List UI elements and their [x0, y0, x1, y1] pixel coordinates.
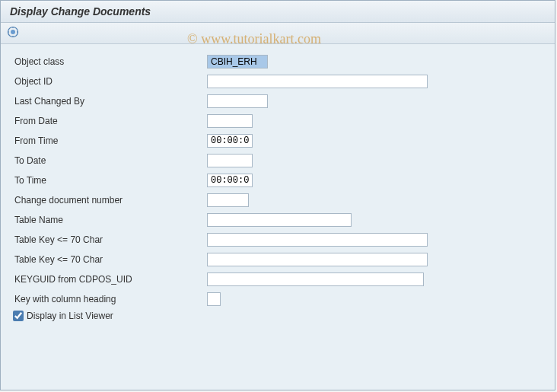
form-area: Object class Object ID Last Changed By F… — [1, 44, 555, 330]
page-title: Display Change Documents — [10, 5, 151, 18]
label-table-key-1: Table Key <= 70 Char — [13, 234, 207, 245]
label-key-with-heading: Key with column heading — [13, 294, 207, 304]
input-to-time[interactable] — [207, 174, 253, 187]
row-to-time: To Time — [13, 172, 543, 189]
input-last-changed-by[interactable] — [207, 94, 268, 108]
row-keyguid: KEYGUID from CDPOS_UID — [13, 271, 543, 288]
label-to-date: To Date — [13, 155, 207, 166]
row-table-name: Table Name — [13, 212, 543, 228]
label-display-list-viewer: Display in List Viewer — [27, 311, 113, 321]
input-table-key-1[interactable] — [207, 233, 428, 247]
label-from-date: From Date — [13, 116, 207, 126]
input-from-date[interactable] — [207, 114, 253, 128]
row-change-doc-number: Change document number — [13, 192, 543, 209]
input-from-time[interactable] — [207, 134, 253, 148]
label-keyguid: KEYGUID from CDPOS_UID — [13, 274, 207, 285]
row-object-class: Object class — [13, 53, 543, 70]
row-table-key-1: Table Key <= 70 Char — [13, 231, 543, 248]
row-to-date: To Date — [13, 152, 543, 169]
input-object-class[interactable] — [207, 55, 268, 69]
input-change-doc-number[interactable] — [207, 193, 249, 207]
toolbar — [1, 23, 555, 44]
row-object-id: Object ID — [13, 73, 543, 90]
label-table-name: Table Name — [13, 215, 207, 225]
input-key-with-heading[interactable] — [207, 292, 221, 306]
label-object-id: Object ID — [13, 76, 207, 87]
row-from-date: From Date — [13, 113, 543, 129]
row-last-changed-by: Last Changed By — [13, 93, 543, 110]
row-table-key-2: Table Key <= 70 Char — [13, 251, 543, 268]
input-to-date[interactable] — [207, 154, 253, 167]
label-last-changed-by: Last Changed By — [13, 96, 207, 107]
row-key-with-heading: Key with column heading — [13, 291, 543, 308]
label-object-class: Object class — [13, 56, 207, 67]
input-table-name[interactable] — [207, 213, 352, 227]
input-object-id[interactable] — [207, 75, 428, 88]
label-table-key-2: Table Key <= 70 Char — [13, 254, 207, 265]
label-to-time: To Time — [13, 175, 207, 186]
execute-icon[interactable] — [7, 26, 19, 38]
title-bar: Display Change Documents — [1, 1, 555, 23]
label-change-doc-number: Change document number — [13, 195, 207, 206]
input-keyguid[interactable] — [207, 272, 424, 286]
row-display-list-viewer: Display in List Viewer — [13, 311, 543, 321]
sap-window: Display Change Documents © www.tutorialk… — [0, 0, 555, 390]
checkbox-display-list-viewer[interactable] — [13, 311, 24, 321]
label-from-time: From Time — [13, 135, 207, 146]
row-from-time: From Time — [13, 132, 543, 149]
svg-point-1 — [11, 30, 15, 34]
input-table-key-2[interactable] — [207, 253, 428, 266]
